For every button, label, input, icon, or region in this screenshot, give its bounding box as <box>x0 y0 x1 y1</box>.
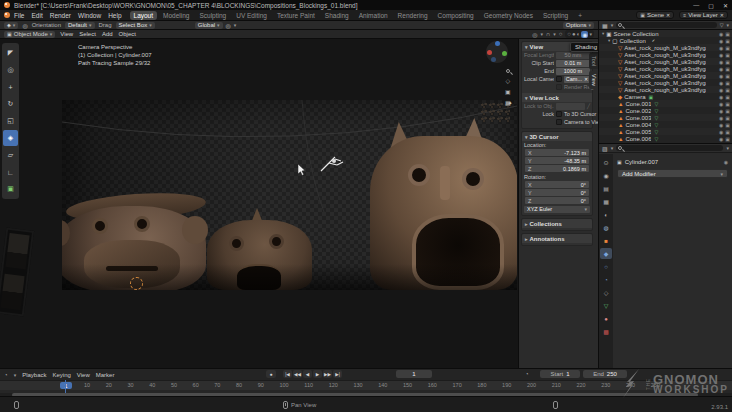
current-frame-pill[interactable]: 1 <box>60 382 72 389</box>
workspace-tab[interactable]: Sculpting <box>195 11 230 20</box>
workspace-tab[interactable]: Compositing <box>434 11 478 20</box>
collection-checkbox[interactable] <box>660 122 665 127</box>
outliner-row[interactable]: ▾ ▢ Collection ✓ <box>599 37 732 44</box>
collection-checkbox[interactable] <box>660 129 665 134</box>
playback-button[interactable]: ◀ <box>303 370 312 378</box>
close-button[interactable] <box>723 2 728 9</box>
render-visibility-icon[interactable] <box>725 73 730 79</box>
clip-end-field[interactable]: 1000 m <box>556 68 590 75</box>
current-frame-field[interactable]: 1 <box>396 370 432 378</box>
pivot-icon[interactable] <box>22 22 27 29</box>
timeline-menu-item[interactable]: View <box>77 372 90 378</box>
timeline-tick[interactable]: 40 <box>149 382 155 388</box>
blender-menu-icon[interactable] <box>4 12 10 18</box>
collection-checkbox[interactable] <box>711 73 715 78</box>
viewport-menu-item[interactable]: Object <box>119 31 136 37</box>
timeline-tick[interactable]: 150 <box>403 382 412 388</box>
viewport-menu-item[interactable]: Add <box>102 31 113 37</box>
properties-tab[interactable]: ▩ <box>600 326 612 337</box>
hide-eye-icon[interactable] <box>719 87 723 93</box>
toolbar-tool-button[interactable]: ◈ <box>3 130 18 146</box>
hide-eye-icon[interactable] <box>719 59 723 65</box>
collections-panel-header[interactable]: ▸Collections <box>522 219 592 228</box>
workspace-tab[interactable]: Texture Paint <box>273 11 319 20</box>
properties-tab[interactable]: ◐ <box>600 209 612 220</box>
pin-icon[interactable] <box>724 159 728 165</box>
timeline-menu-item[interactable]: Marker <box>96 372 115 378</box>
render-region-checkbox[interactable] <box>556 84 562 90</box>
auto-keying-clock-icon[interactable] <box>525 371 529 377</box>
collection-checkbox[interactable] <box>664 31 669 36</box>
hide-eye-icon[interactable] <box>719 129 723 135</box>
rendered-shading-button[interactable]: ◉ <box>581 31 588 38</box>
timeline-tick[interactable]: 140 <box>378 382 387 388</box>
hide-eye-icon[interactable] <box>719 66 723 72</box>
hide-eye-icon[interactable] <box>719 31 723 37</box>
menu-item[interactable]: Help <box>108 12 121 19</box>
frame-end-field[interactable]: End250 <box>583 370 627 378</box>
toolbar-tool-button[interactable]: ▱ <box>3 147 18 163</box>
transform-orientation-dropdown[interactable]: Global <box>195 22 223 29</box>
collection-checkbox[interactable] <box>655 94 660 99</box>
playback-button[interactable]: ◀◀ <box>293 370 302 378</box>
timeline-tick[interactable]: 220 <box>576 382 585 388</box>
playback-button[interactable]: ▶▶ <box>323 370 332 378</box>
outliner-row[interactable]: ▾ ▣ Scene Collection <box>599 30 732 37</box>
render-visibility-icon[interactable] <box>725 108 730 114</box>
render-visibility-icon[interactable] <box>725 122 730 128</box>
outliner-row[interactable]: ◆ Camera ▣ <box>599 93 732 100</box>
euler-dropdown[interactable]: XYZ Euler <box>524 206 590 213</box>
rotation-field[interactable]: Y0° <box>525 189 589 196</box>
snap-magnet-icon[interactable] <box>546 31 550 37</box>
timeline-tick[interactable]: 170 <box>453 382 462 388</box>
outliner-row[interactable]: ▲ Cone.004 ▽ <box>599 121 732 128</box>
timeline-tick[interactable]: 90 <box>258 382 264 388</box>
hide-eye-icon[interactable] <box>719 52 723 58</box>
chevron-down-icon[interactable] <box>589 31 592 37</box>
annotations-panel-header[interactable]: ▸Annotations <box>522 234 592 243</box>
viewport-menu-item[interactable]: Select <box>79 31 96 37</box>
auto-key-record-button[interactable]: ● <box>266 370 276 378</box>
timeline-menu-item[interactable]: Playback <box>22 372 46 378</box>
disclosure-triangle-icon[interactable]: ▾ <box>602 31 604 36</box>
clear-view-layer-icon[interactable] <box>720 12 724 18</box>
chevron-down-icon[interactable] <box>726 22 729 28</box>
properties-tab[interactable]: ⊙ <box>600 157 612 168</box>
location-field[interactable]: Y-48.35 m <box>525 157 589 164</box>
collection-checkbox[interactable] <box>711 80 715 85</box>
pivot-point-icon[interactable] <box>226 22 231 29</box>
outliner-row[interactable]: ▽ Aset_rock_rough_M_uk3ndfyga_LOD0 <box>599 72 732 79</box>
properties-tab[interactable]: ◔ <box>600 274 612 285</box>
options-dropdown[interactable]: Options <box>563 22 594 29</box>
minimize-button[interactable] <box>693 2 699 8</box>
properties-tab[interactable]: ▤ <box>600 183 612 194</box>
collection-checkbox[interactable] <box>660 108 665 113</box>
workspace-tab[interactable]: + <box>574 11 586 20</box>
properties-tab[interactable]: ◇ <box>600 287 612 298</box>
empty-circle-object[interactable] <box>130 277 143 290</box>
hide-eye-icon[interactable] <box>719 45 723 51</box>
render-visibility-icon[interactable] <box>725 129 730 135</box>
outliner-row[interactable]: ▽ Aset_rock_rough_M_uk3ndfyga_LOD0 <box>599 86 732 93</box>
timeline-menu-item[interactable]: Keying <box>53 372 71 378</box>
local-camera-checkbox[interactable] <box>556 76 562 82</box>
outliner-row[interactable]: ▽ Aset_rock_rough_M_uk3ndfyga_LOD0 <box>599 58 732 65</box>
grid-toggle-icon[interactable]: ▦ <box>505 99 511 106</box>
cursor-panel-header[interactable]: ▾3D Cursor <box>522 132 592 141</box>
hide-eye-icon[interactable] <box>719 80 723 86</box>
workspace-tab[interactable]: Shading <box>321 11 353 20</box>
outliner-row[interactable]: ▽ Aset_rock_rough_M_uk3ndfyga_LOD0 <box>599 79 732 86</box>
hide-eye-icon[interactable] <box>719 108 723 114</box>
clear-scene-icon[interactable] <box>666 12 670 18</box>
lock-to-object-field[interactable] <box>556 103 585 110</box>
outliner-display-mode-icon[interactable]: ▦ <box>602 22 608 29</box>
collection-checkbox[interactable] <box>711 66 715 71</box>
to-3d-cursor-checkbox[interactable] <box>556 111 562 117</box>
n-panel-tab[interactable]: View <box>589 71 598 89</box>
chevron-down-icon[interactable] <box>553 31 556 37</box>
filter-icon[interactable] <box>720 22 724 28</box>
hide-eye-icon[interactable] <box>719 122 723 128</box>
render-visibility-icon[interactable] <box>725 94 730 100</box>
menu-item[interactable]: File <box>14 12 24 19</box>
properties-tab[interactable]: ○ <box>600 261 612 272</box>
